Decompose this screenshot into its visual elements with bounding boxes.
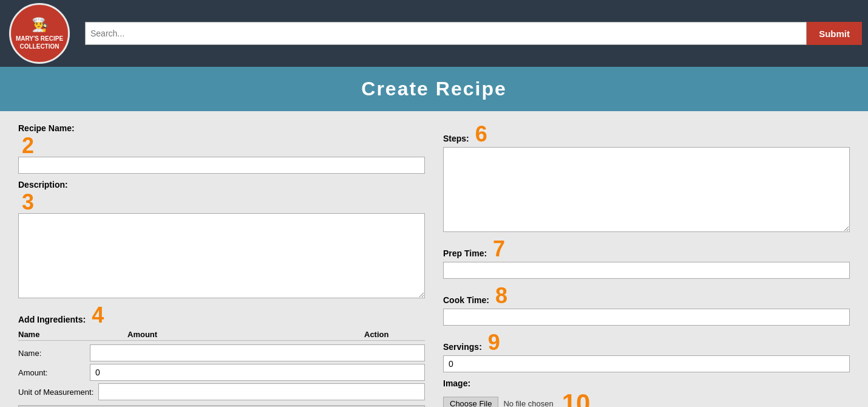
cook-time-group: Cook Time: 8 [443, 285, 850, 326]
col-amount: Amount [127, 330, 364, 339]
app-logo: 👨‍🍳 MARY'S RECIPE COLLECTION [6, 3, 73, 64]
description-input[interactable] [18, 213, 425, 298]
form-right-column: Steps: 6 Prep Time: 7 Cook Time: 8 [443, 123, 850, 407]
annotation-4: 4 [92, 303, 104, 327]
col-action: Action [364, 330, 425, 339]
recipe-name-label: Recipe Name: [18, 123, 425, 133]
recipe-name-input[interactable] [18, 157, 425, 174]
servings-input[interactable] [443, 355, 850, 372]
prep-time-input[interactable] [443, 262, 850, 279]
annotation-8: 8 [495, 283, 507, 308]
app-title: MARY'S RECIPE COLLECTION [11, 35, 68, 50]
form-left-column: Recipe Name:2 Description:3 Add Ingredie… [18, 123, 425, 407]
cook-time-input[interactable] [443, 309, 850, 326]
description-group: Description:3 [18, 180, 425, 298]
annotation-9: 9 [488, 330, 500, 355]
create-recipe-form: Recipe Name:2 Description:3 Add Ingredie… [0, 111, 868, 407]
ingredient-row: Name: Amount: Unit of Measurement: Add [18, 341, 425, 407]
annotation-7: 7 [493, 236, 505, 261]
cook-time-label: Cook Time: 8 [443, 285, 850, 307]
add-ingredients-label: Add Ingredients: [18, 315, 86, 324]
ingredient-amount-label: Amount: [18, 368, 85, 377]
no-file-text: No file chosen [503, 399, 553, 408]
chef-hat-icon: 👨‍🍳 [32, 16, 48, 34]
image-section: Image: Choose File No file chosen 10 [443, 378, 850, 407]
choose-file-button[interactable]: Choose File [443, 397, 498, 408]
image-label: Image: [443, 378, 850, 388]
page-title-bar: Create Recipe [0, 67, 868, 111]
ingredient-name-field: Name: [18, 344, 425, 361]
steps-input[interactable] [443, 147, 850, 232]
annotation-2: 2 [22, 135, 425, 157]
prep-time-label: Prep Time: 7 [443, 238, 850, 260]
description-label: Description: [18, 180, 425, 190]
servings-group: Servings: 9 [443, 332, 850, 372]
recipe-name-group: Recipe Name:2 [18, 123, 425, 174]
ingredient-unit-input[interactable] [98, 383, 425, 400]
ingredient-name-label: Name: [18, 349, 85, 358]
ingredient-name-input[interactable] [90, 344, 425, 361]
col-name: Name [18, 330, 127, 339]
logo-circle: 👨‍🍳 MARY'S RECIPE COLLECTION [9, 3, 70, 64]
search-submit-button[interactable]: Submit [807, 22, 862, 45]
steps-label: Steps: 6 [443, 123, 850, 145]
annotation-6: 6 [475, 121, 487, 146]
search-input[interactable] [85, 22, 807, 45]
steps-group: Steps: 6 [443, 123, 850, 232]
annotation-10: 10 [562, 391, 591, 407]
file-row: Choose File No file chosen 10 [443, 391, 850, 407]
prep-time-group: Prep Time: 7 [443, 238, 850, 279]
page-title: Create Recipe [0, 78, 868, 100]
ingredients-section: Add Ingredients: 4 Name Amount Action Na… [18, 304, 425, 407]
app-header: 👨‍🍳 MARY'S RECIPE COLLECTION Submit [0, 0, 868, 67]
ingredient-unit-field: Unit of Measurement: [18, 383, 425, 400]
ingredient-amount-input[interactable] [90, 364, 425, 381]
annotation-3: 3 [22, 191, 425, 213]
servings-label: Servings: 9 [443, 332, 850, 354]
ingredient-amount-field: Amount: [18, 364, 425, 381]
ingredient-unit-label: Unit of Measurement: [18, 388, 93, 397]
ingredients-table-header: Name Amount Action [18, 329, 425, 341]
ingredients-section-label: Add Ingredients: 4 [18, 304, 425, 326]
search-bar: Submit [85, 22, 862, 45]
